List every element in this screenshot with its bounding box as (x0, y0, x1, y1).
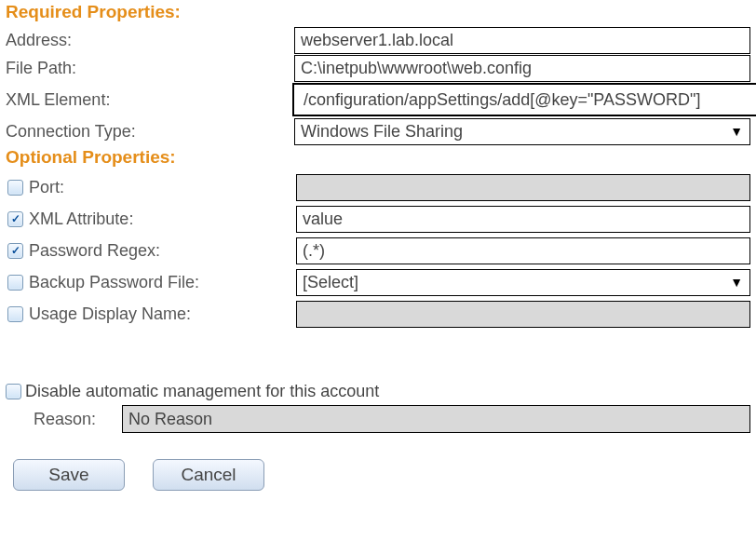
row-usage-display-name: Usage Display Name: (6, 298, 750, 330)
input-reason (122, 405, 750, 433)
label-password-regex: Password Regex: (29, 241, 160, 261)
label-address: Address: (6, 31, 72, 50)
checkbox-disable-auto-management[interactable] (6, 384, 21, 399)
label-port: Port: (29, 178, 64, 197)
row-backup-password-file: Backup Password File: ▼ (6, 266, 750, 298)
row-xml-element: XML Element: (6, 82, 750, 117)
label-backup-password-file: Backup Password File: (29, 273, 199, 292)
label-xml-element: XML Element: (6, 90, 110, 110)
input-port (296, 174, 750, 201)
select-backup-password-file[interactable]: ▼ (296, 269, 750, 296)
select-connection-type-value[interactable] (294, 118, 750, 145)
input-xml-element[interactable] (292, 83, 756, 116)
label-disable-auto-management: Disable automatic management for this ac… (25, 382, 379, 401)
select-connection-type[interactable]: ▼ (294, 118, 750, 145)
input-file-path[interactable] (294, 55, 750, 82)
label-usage-display-name: Usage Display Name: (29, 304, 191, 324)
row-disable-auto-management: Disable automatic management for this ac… (6, 382, 750, 401)
required-properties-header: Required Properties: (6, 2, 750, 22)
input-usage-display-name (296, 301, 750, 328)
row-port: Port: (6, 171, 750, 203)
checkbox-backup-password-file[interactable] (7, 275, 23, 291)
label-reason: Reason: (6, 410, 122, 429)
optional-properties-header: Optional Properties: (6, 147, 750, 168)
checkbox-xml-attribute[interactable] (7, 211, 23, 227)
button-bar: Save Cancel (6, 459, 750, 491)
row-reason: Reason: (6, 405, 750, 433)
cancel-button[interactable]: Cancel (153, 459, 264, 491)
row-connection-type: Connection Type: ▼ (6, 117, 750, 145)
input-password-regex[interactable] (296, 237, 750, 264)
save-button[interactable]: Save (13, 459, 125, 491)
input-address[interactable] (294, 27, 750, 54)
label-connection-type: Connection Type: (6, 122, 136, 142)
checkbox-password-regex[interactable] (7, 243, 23, 259)
properties-form: Required Properties: Address: File Path:… (0, 0, 756, 500)
row-address: Address: (6, 26, 750, 54)
checkbox-usage-display-name[interactable] (7, 306, 23, 322)
row-xml-attribute: XML Attribute: (6, 203, 750, 235)
row-file-path: File Path: (6, 54, 750, 82)
select-backup-password-file-value[interactable] (296, 269, 750, 296)
input-xml-attribute[interactable] (296, 206, 750, 233)
label-xml-attribute: XML Attribute: (29, 210, 133, 229)
row-password-regex: Password Regex: (6, 235, 750, 266)
spacer (6, 330, 750, 376)
label-file-path: File Path: (6, 59, 76, 78)
checkbox-port[interactable] (7, 180, 23, 196)
